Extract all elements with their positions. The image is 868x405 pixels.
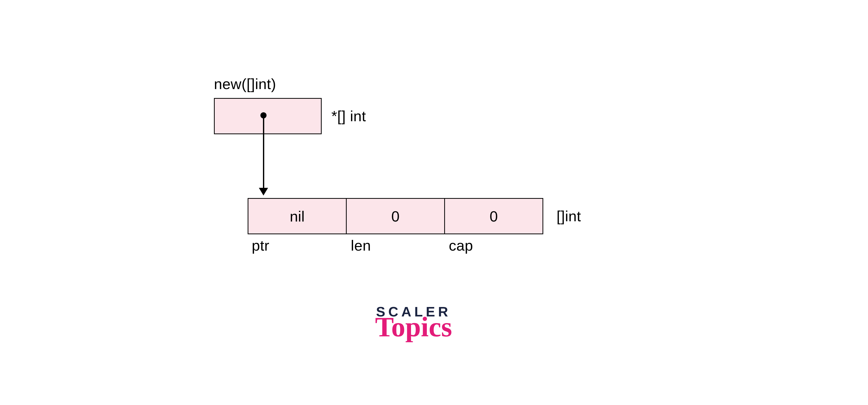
diagram-canvas: new([]int) *[] int nil 0 0 []int ptr len… <box>0 0 868 405</box>
arrow-head <box>259 188 268 195</box>
slice-cell-cap-value: 0 <box>490 208 498 225</box>
slice-cell-len-value: 0 <box>391 208 400 225</box>
slice-cell-cap: 0 <box>444 198 543 234</box>
scaler-topics-logo: SCALER Topics <box>360 304 467 341</box>
pointer-type-label: *[] int <box>331 107 366 125</box>
slice-cell-ptr-value: nil <box>290 208 305 225</box>
pointer-box <box>214 98 322 134</box>
field-label-cap: cap <box>449 237 473 254</box>
logo-line2: Topics <box>360 313 467 341</box>
arrow-shaft <box>263 118 264 189</box>
slice-cell-len: 0 <box>346 198 445 234</box>
field-label-ptr: ptr <box>252 237 269 254</box>
new-expression-label: new([]int) <box>214 75 276 92</box>
slice-type-label: []int <box>557 208 581 225</box>
slice-cell-ptr: nil <box>248 198 347 234</box>
pointer-dot <box>260 112 267 118</box>
field-label-len: len <box>351 237 371 254</box>
